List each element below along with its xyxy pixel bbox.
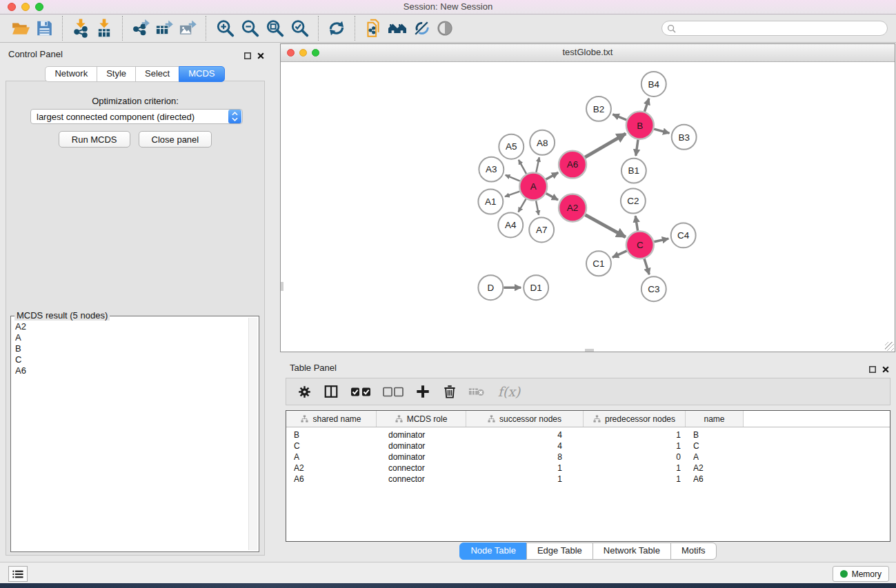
- table-cell[interactable]: dominator: [377, 430, 466, 440]
- mcds-result-item[interactable]: C: [15, 354, 255, 365]
- table-cell[interactable]: 1: [584, 441, 686, 451]
- delete-table-icon[interactable]: [468, 386, 485, 397]
- node-table[interactable]: shared nameMCDS rolesuccessor nodesprede…: [286, 410, 890, 542]
- graph-edge-C-C1[interactable]: [613, 251, 627, 257]
- table-cell[interactable]: connector: [377, 474, 466, 484]
- import-network-icon[interactable]: [71, 16, 90, 41]
- network-zoom-button[interactable]: [312, 49, 319, 57]
- run-mcds-button[interactable]: Run MCDS: [59, 131, 130, 148]
- import-table-icon[interactable]: [94, 16, 114, 41]
- column-header-shared-name[interactable]: shared name: [286, 411, 377, 427]
- export-network-icon[interactable]: [131, 16, 150, 41]
- table-cell[interactable]: 1: [466, 474, 584, 484]
- graph-edge-B-B1[interactable]: [636, 140, 638, 156]
- zoom-selected-icon[interactable]: [289, 16, 310, 41]
- mcds-result-item[interactable]: A2: [15, 321, 255, 332]
- graph-edge-A-A6[interactable]: [546, 172, 558, 179]
- graph-edge-C-C3[interactable]: [644, 258, 649, 274]
- tab-node-table[interactable]: Node Table: [459, 543, 527, 560]
- float-panel-icon[interactable]: [869, 363, 876, 376]
- home-view-icon[interactable]: [387, 16, 408, 41]
- duplicate-network-icon[interactable]: [364, 16, 383, 41]
- table-cell[interactable]: 8: [466, 452, 584, 462]
- open-folder-icon[interactable]: [10, 16, 31, 41]
- graph-edge-A-A8[interactable]: [536, 157, 539, 172]
- table-cell[interactable]: A6: [686, 474, 744, 484]
- export-image-icon[interactable]: [178, 16, 197, 41]
- refresh-layout-icon[interactable]: [327, 16, 346, 41]
- table-cell[interactable]: B: [286, 430, 377, 440]
- table-cell[interactable]: dominator: [377, 441, 466, 451]
- table-cell[interactable]: C: [286, 441, 377, 451]
- graph-edge-B-B3[interactable]: [654, 129, 669, 133]
- network-canvas[interactable]: B4B2BB3A5A8A6A3B1AA1C2A2A4A7CC4C1C3DD1: [281, 62, 895, 352]
- mcds-result-item[interactable]: A6: [15, 365, 255, 376]
- table-cell[interactable]: C: [686, 441, 744, 451]
- zoom-fit-icon[interactable]: [264, 16, 285, 41]
- graph-edge-A-A4[interactable]: [518, 199, 526, 212]
- network-resize-grip[interactable]: [885, 342, 894, 351]
- tab-style[interactable]: Style: [97, 66, 136, 82]
- graph-edge-C-C2[interactable]: [635, 216, 637, 230]
- tab-network-table[interactable]: Network Table: [593, 543, 671, 560]
- float-panel-icon[interactable]: [244, 50, 251, 62]
- memory-button[interactable]: Memory: [833, 566, 889, 582]
- graphics-details-icon[interactable]: [412, 16, 431, 41]
- table-row[interactable]: Cdominator41C: [286, 440, 890, 452]
- save-icon[interactable]: [35, 16, 54, 41]
- network-vscroll-thumb[interactable]: [281, 282, 283, 291]
- table-row[interactable]: A6connector11A6: [286, 474, 890, 485]
- tab-select[interactable]: Select: [135, 66, 179, 82]
- criterion-dropdown[interactable]: largest connected component (directed): [30, 109, 243, 124]
- table-row[interactable]: Adominator80A: [286, 452, 890, 463]
- tab-motifs[interactable]: Motifs: [670, 543, 717, 560]
- column-header-predecessor-nodes[interactable]: predecessor nodes: [584, 411, 686, 427]
- table-cell[interactable]: A6: [286, 474, 377, 484]
- zoom-window-button[interactable]: [35, 3, 43, 11]
- function-builder-icon[interactable]: f(x): [495, 384, 523, 399]
- graph-edge-A-A3[interactable]: [506, 175, 520, 181]
- close-panel-button[interactable]: Close panel: [139, 131, 212, 148]
- table-cell[interactable]: 1: [584, 430, 686, 440]
- column-header-MCDS-role[interactable]: MCDS role: [377, 411, 466, 427]
- table-cell[interactable]: A: [686, 452, 744, 462]
- column-header-successor-nodes[interactable]: successor nodes: [466, 411, 584, 427]
- gear-icon[interactable]: [296, 385, 312, 399]
- table-cell[interactable]: connector: [377, 463, 466, 473]
- add-column-icon[interactable]: [415, 384, 431, 399]
- table-cell[interactable]: A: [286, 452, 377, 462]
- network-close-button[interactable]: [287, 49, 295, 57]
- table-cell[interactable]: 1: [466, 463, 584, 473]
- table-cell[interactable]: 4: [466, 441, 584, 451]
- graph-edge-A-A2[interactable]: [546, 194, 558, 200]
- delete-column-trash-icon[interactable]: [441, 384, 458, 399]
- result-scrollbar[interactable]: [248, 318, 257, 550]
- deselect-all-icon[interactable]: [382, 387, 404, 397]
- minimize-window-button[interactable]: [21, 3, 30, 11]
- mcds-result-item[interactable]: A: [15, 332, 255, 343]
- export-table-icon[interactable]: [155, 16, 174, 41]
- close-window-button[interactable]: [8, 3, 16, 11]
- zoom-in-icon[interactable]: [215, 16, 235, 41]
- graph-edge-A2-C[interactable]: [585, 215, 625, 237]
- graph-edge-C-C4[interactable]: [654, 239, 668, 242]
- close-panel-icon[interactable]: [882, 363, 889, 376]
- table-cell[interactable]: 0: [584, 452, 686, 462]
- split-columns-icon[interactable]: [323, 384, 339, 399]
- graph-edge-A-A5[interactable]: [519, 160, 526, 174]
- network-titlebar[interactable]: testGlobe.txt: [281, 44, 895, 62]
- tab-mcds[interactable]: MCDS: [179, 66, 224, 82]
- select-all-checked-icon[interactable]: [350, 387, 372, 397]
- panel-menu-button[interactable]: [8, 566, 28, 582]
- column-header-name[interactable]: name: [686, 411, 744, 427]
- table-cell[interactable]: 1: [584, 463, 686, 473]
- graph-edge-B-B2[interactable]: [613, 114, 626, 120]
- network-hscroll-thumb[interactable]: [585, 349, 594, 352]
- table-row[interactable]: Bdominator41B: [286, 429, 890, 440]
- table-cell[interactable]: A2: [286, 463, 377, 473]
- mcds-result-list[interactable]: A2ABCA6: [11, 316, 259, 381]
- search-input[interactable]: [661, 21, 888, 36]
- table-cell[interactable]: B: [686, 430, 744, 440]
- show-hide-eye-icon[interactable]: [435, 16, 455, 41]
- close-panel-icon[interactable]: [257, 50, 264, 62]
